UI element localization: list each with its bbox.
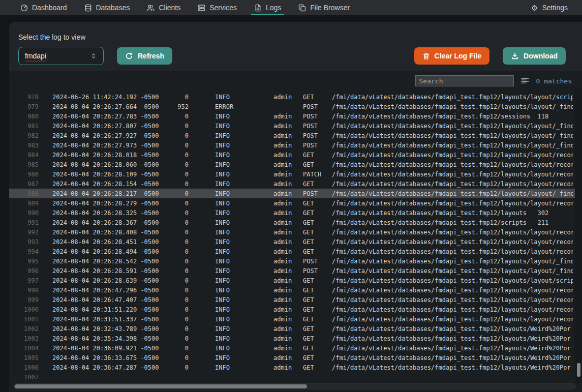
log-row[interactable]: 9842024-08-04 20:26:28.018 -05000INFOadm… <box>9 150 582 160</box>
lines-icon[interactable] <box>520 77 530 85</box>
search-input[interactable] <box>415 75 514 86</box>
log-row[interactable]: 9962024-08-04 20:26:28.591 -05000INFOadm… <box>9 266 582 276</box>
log-cell-time: 2024-08-04 20:26:28.494 -0500 <box>52 248 175 255</box>
log-row[interactable]: 9792024-08-04 20:26:27.664 -0500952ERROR… <box>9 102 582 111</box>
log-cell-path: /fmi/data/vLatest/databases/fmdapi_test.… <box>332 171 573 178</box>
log-cell-level: INFO <box>215 180 256 188</box>
log-row[interactable]: 9852024-08-04 20:26:28.060 -05000INFOadm… <box>9 160 582 169</box>
log-cell-value: 0 <box>175 190 189 197</box>
refresh-button[interactable]: Refresh <box>117 47 172 65</box>
settings-label: Settings <box>542 4 568 12</box>
log-cell-time: 2024-08-04 20:26:28.217 -0500 <box>52 190 175 197</box>
log-cell-level: INFO <box>215 335 256 342</box>
log-row[interactable]: 9872024-08-04 20:26:28.154 -05000INFOadm… <box>9 179 582 189</box>
log-cell-method: POST <box>303 258 326 265</box>
log-cell-user: admin <box>273 161 297 168</box>
log-cell-path: /fmi/data/vLatest/databases/fmdapi_test.… <box>332 364 573 371</box>
download-button[interactable]: Download <box>503 47 566 65</box>
log-cell-level: INFO <box>215 354 256 361</box>
log-row[interactable]: 9902024-08-04 20:26:28.325 -05000INFOadm… <box>9 208 582 218</box>
log-cell-user: admin <box>273 335 297 342</box>
nav-tab-services[interactable]: Services <box>195 0 240 15</box>
vertical-scrollbar-thumb[interactable] <box>577 363 580 377</box>
log-row[interactable]: 10022024-08-04 20:32:43.789 -05000INFOad… <box>9 324 582 334</box>
log-cell-user: admin <box>273 180 297 188</box>
clear-log-button[interactable]: Clear Log File <box>414 47 490 65</box>
log-cell-path: /fmi/data/vLatest/databases/fmdapi_test.… <box>332 325 573 333</box>
server-icon <box>198 4 205 12</box>
log-row[interactable]: 9812024-08-04 20:26:27.807 -05000INFOadm… <box>9 121 582 131</box>
log-row[interactable]: 9972024-08-04 20:26:28.639 -05000INFOadm… <box>9 276 582 285</box>
log-cell-level: INFO <box>215 287 256 294</box>
log-cell-path: /fmi/data/vLatest/databases/fmdapi_test.… <box>332 258 573 265</box>
log-cell-user: admin <box>273 190 297 197</box>
log-row[interactable]: 9952024-08-04 20:26:28.542 -05000INFOadm… <box>9 256 582 266</box>
log-row[interactable]: 9832024-08-04 20:26:27.973 -05000INFOadm… <box>9 140 582 150</box>
log-row[interactable]: 1007 <box>9 372 582 382</box>
log-row[interactable]: 9892024-08-04 20:26:28.279 -05000INFOadm… <box>9 198 582 208</box>
log-row[interactable]: 10052024-08-04 20:36:33.675 -05000INFOad… <box>9 353 582 363</box>
log-cell-level: INFO <box>215 316 256 323</box>
log-cell-path: /fmi/data/vLatest/databases/fmdapi_test.… <box>332 180 573 188</box>
log-select[interactable]: fmdapi <box>18 47 104 65</box>
log-row[interactable]: 9822024-08-04 20:26:27.927 -05000INFOadm… <box>9 131 582 140</box>
log-cell-path: /fmi/data/vLatest/databases/fmdapi_test.… <box>332 152 573 159</box>
log-row[interactable]: 9782024-06-26 11:42:24.192 -05000INFOadm… <box>9 92 582 102</box>
log-cell-path: /fmi/data/vLatest/databases/fmdapi_test.… <box>332 296 573 304</box>
nav-tab-databases[interactable]: Databases <box>81 0 133 15</box>
log-cell-num: 982 <box>9 132 39 139</box>
clear-log-label: Clear Log File <box>435 52 482 60</box>
log-cell-level: INFO <box>215 219 256 226</box>
log-cell-num: 1007 <box>9 374 39 381</box>
log-row[interactable]: 10032024-08-04 20:35:34.398 -05000INFOad… <box>9 334 582 343</box>
dashboard-icon <box>20 4 28 12</box>
log-cell-user: admin <box>273 277 297 284</box>
log-row[interactable]: 10002024-08-04 20:31:51.220 -05000INFOad… <box>9 305 582 314</box>
log-row[interactable]: 9802024-08-04 20:26:27.783 -05000INFOadm… <box>9 111 582 121</box>
text-caret <box>47 52 47 60</box>
vertical-scrollbar[interactable] <box>575 88 582 383</box>
log-viewer: 0 matches 9782024-06-26 11:42:24.192 -05… <box>9 71 582 392</box>
main-card: Select the log to view fmdapi <box>9 22 582 392</box>
log-cell-num: 993 <box>9 238 39 246</box>
log-row[interactable]: 9882024-08-04 20:26:28.217 -05000INFOadm… <box>9 189 582 198</box>
chevron-updown-icon <box>90 52 97 59</box>
nav-tab-dashboard[interactable]: Dashboard <box>17 0 70 15</box>
log-cell-method: GET <box>303 94 326 101</box>
nav-tab-label: Clients <box>159 4 180 12</box>
log-cell-path: /fmi/data/vLatest/databases/fmdapi_test.… <box>332 229 573 236</box>
log-cell-num: 989 <box>9 200 39 207</box>
log-row[interactable]: 9922024-08-04 20:26:28.408 -05000INFOadm… <box>9 227 582 237</box>
log-cell-value: 0 <box>175 296 189 304</box>
log-cell-method: GET <box>303 209 326 217</box>
log-cell-method: POST <box>303 132 326 139</box>
log-row[interactable]: 9942024-08-04 20:26:28.494 -05000INFOadm… <box>9 247 582 256</box>
nav-settings[interactable]: ⚙ Settings <box>529 0 570 15</box>
log-cell-value: 0 <box>175 123 189 130</box>
log-cell-method: POST <box>303 103 326 110</box>
nav-tab-clients[interactable]: Clients <box>144 0 183 15</box>
log-cell-num: 987 <box>9 180 39 188</box>
log-row[interactable]: 9932024-08-04 20:26:28.451 -05000INFOadm… <box>9 237 582 247</box>
log-cell-method: GET <box>303 161 326 168</box>
nav-tab-file-browser[interactable]: File Browser <box>295 0 353 15</box>
log-cell-num: 992 <box>9 229 39 236</box>
log-row[interactable]: 9862024-08-04 20:26:28.109 -05000INFOadm… <box>9 169 582 179</box>
log-cell-method: GET <box>303 296 326 304</box>
log-row[interactable]: 9982024-08-04 20:26:47.296 -05000INFOadm… <box>9 285 582 295</box>
horizontal-scrollbar-thumb[interactable] <box>15 384 307 388</box>
log-cell-time: 2024-08-04 20:26:28.279 -0500 <box>52 200 175 207</box>
log-cell-value: 952 <box>175 103 189 110</box>
log-cell-value: 0 <box>175 132 189 139</box>
log-cell-time: 2024-08-04 20:26:28.408 -0500 <box>52 229 175 236</box>
log-cell-user: admin <box>273 354 297 361</box>
nav-tab-logs[interactable]: Logs <box>251 0 284 15</box>
log-cell-time: 2024-08-04 20:26:28.542 -0500 <box>52 258 175 265</box>
log-row[interactable]: 10012024-08-04 20:31:51.337 -05000INFOad… <box>9 314 582 324</box>
log-row[interactable]: 9992024-08-04 20:26:47.407 -05000INFOadm… <box>9 295 582 305</box>
log-cell-level: INFO <box>215 161 256 168</box>
log-row[interactable]: 9912024-08-04 20:26:28.367 -05000INFOadm… <box>9 218 582 227</box>
log-row[interactable]: 10042024-08-04 20:36:09.921 -05000INFOad… <box>9 343 582 353</box>
log-row[interactable]: 10062024-08-04 20:36:47.287 -05000INFOad… <box>9 363 582 372</box>
horizontal-scrollbar[interactable] <box>13 383 576 389</box>
